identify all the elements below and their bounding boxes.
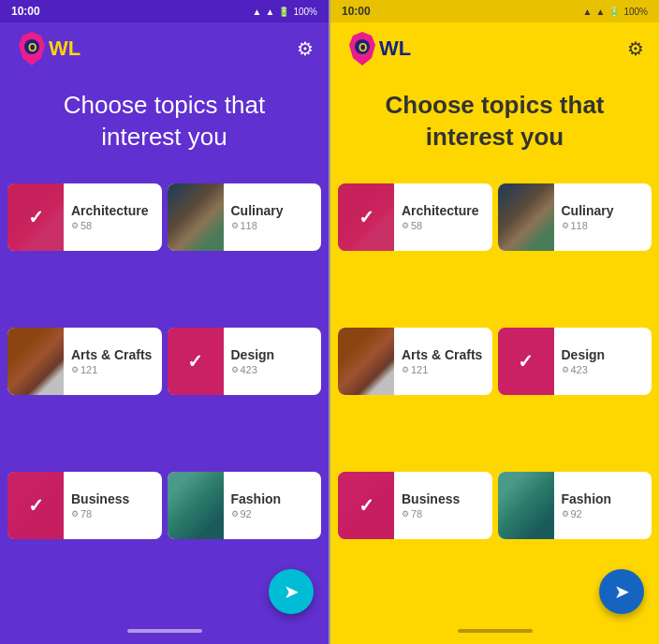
topic-count-architecture-y: 58	[402, 220, 485, 231]
battery-percent-y: 100%	[623, 7, 648, 17]
title-section-purple: Choose topics that interest you	[0, 75, 329, 176]
status-bar-purple: 10:00 ▲ ▲ 🔋 100%	[0, 0, 329, 22]
fab-purple[interactable]: ➤	[269, 569, 314, 614]
topic-name-arts-y: Arts & Crafts	[402, 347, 485, 362]
topic-info-design: Design 423	[224, 347, 322, 375]
topic-info-architecture: Architecture 58	[64, 203, 162, 231]
topic-name-architecture: Architecture	[71, 203, 154, 218]
topics-grid-purple: ✓ Architecture 58 Culinary 118	[0, 176, 329, 618]
status-bar-yellow: 10:00 ▲ ▲ 🔋 100%	[330, 0, 659, 22]
topic-thumb-culinary	[168, 183, 224, 251]
topic-card-arts[interactable]: Arts & Crafts 121	[7, 328, 162, 395]
topic-count-business-y: 78	[402, 508, 485, 520]
wifi-icon-y: ▲	[583, 7, 593, 17]
topic-card-arts-y[interactable]: Arts & Crafts 121	[338, 328, 492, 395]
topic-count-architecture: 58	[71, 220, 154, 231]
home-indicator-purple	[127, 629, 202, 633]
bottom-bar-purple	[0, 618, 329, 644]
topic-info-culinary-y: Culinary 118	[554, 203, 652, 231]
topic-count-culinary: 118	[231, 220, 315, 231]
topic-count-arts: 121	[71, 364, 154, 375]
topic-card-fashion[interactable]: Fashion 92	[168, 472, 322, 539]
check-mark-business-y: ✓	[359, 494, 374, 517]
fab-icon-purple: ➤	[284, 580, 300, 603]
bottom-bar-yellow	[330, 618, 659, 644]
topic-name-culinary-y: Culinary	[562, 203, 645, 218]
home-indicator-yellow	[458, 629, 533, 633]
topic-card-architecture[interactable]: ✓ Architecture 58	[7, 183, 162, 251]
topic-info-business-y: Business 78	[394, 491, 492, 520]
battery-icon: 🔋	[278, 7, 289, 17]
check-overlay-architecture: ✓	[7, 183, 64, 251]
topic-card-design-y[interactable]: ✓ Design 423	[498, 328, 652, 395]
topic-thumb-architecture: ✓	[7, 183, 64, 251]
topic-name-arts: Arts & Crafts	[71, 347, 154, 362]
settings-icon-purple[interactable]: ⚙	[297, 37, 314, 60]
header-yellow: O WL ⚙	[330, 22, 659, 75]
topic-count-culinary-y: 118	[562, 220, 645, 231]
topic-info-fashion: Fashion 92	[224, 491, 322, 520]
status-time-purple: 10:00	[11, 5, 40, 18]
status-icons-purple: ▲ ▲ 🔋 100%	[253, 7, 317, 17]
topic-card-culinary[interactable]: Culinary 118	[168, 183, 322, 251]
logo-text-yellow: WL	[379, 37, 411, 61]
signal-icon-y: ▲	[596, 7, 606, 17]
topic-card-design[interactable]: ✓ Design 423	[168, 328, 322, 395]
topic-thumb-arts-y	[338, 328, 394, 395]
purple-screen: 10:00 ▲ ▲ 🔋 100% O WL ⚙ Choose topics th…	[0, 0, 329, 644]
check-overlay-design: ✓	[168, 328, 224, 395]
fab-yellow[interactable]: ➤	[599, 569, 644, 614]
topic-card-business[interactable]: ✓ Business 78	[7, 472, 162, 539]
topic-info-design-y: Design 423	[554, 347, 652, 375]
svg-text:O: O	[28, 41, 37, 54]
topic-card-fashion-y[interactable]: Fashion 92	[498, 472, 652, 539]
topic-card-business-y[interactable]: ✓ Business 78	[338, 472, 492, 539]
thumb-img-culinary	[168, 183, 224, 251]
check-mark-arch-y: ✓	[359, 206, 374, 228]
thumb-img-arts-y	[338, 328, 394, 395]
topic-thumb-business: ✓	[7, 472, 64, 539]
topic-name-culinary: Culinary	[231, 203, 315, 218]
topic-thumb-design: ✓	[168, 328, 224, 395]
topic-info-arts-y: Arts & Crafts 121	[394, 347, 492, 375]
page-title-purple: Choose topics that interest you	[30, 90, 299, 154]
topic-name-business-y: Business	[402, 491, 485, 506]
topic-thumb-business-y: ✓	[338, 472, 394, 539]
yellow-screen: 10:00 ▲ ▲ 🔋 100% O WL ⚙ Choose topics th…	[330, 0, 659, 644]
topics-grid-yellow: ✓ Architecture 58 Culinary 118	[330, 176, 659, 618]
check-overlay-design-y: ✓	[498, 328, 554, 395]
topic-thumb-design-y: ✓	[498, 328, 554, 395]
check-mark: ✓	[28, 206, 44, 228]
status-time-yellow: 10:00	[342, 5, 371, 18]
check-mark-design-y: ✓	[518, 350, 534, 373]
status-icons-yellow: ▲ ▲ 🔋 100%	[583, 7, 648, 17]
page-title-yellow: Choose topics that interest you	[360, 90, 629, 154]
fab-icon-yellow: ➤	[614, 580, 630, 603]
battery-icon-y: 🔋	[608, 7, 620, 17]
check-overlay-architecture-y: ✓	[338, 183, 394, 251]
topic-name-fashion-y: Fashion	[562, 491, 645, 506]
logo-yellow: O WL	[345, 32, 411, 66]
signal-icon: ▲	[266, 7, 275, 17]
topic-info-arts: Arts & Crafts 121	[64, 347, 162, 375]
thumb-img-fashion	[168, 472, 224, 539]
topic-name-business: Business	[71, 491, 154, 506]
logo-text-purple: WL	[49, 37, 81, 61]
header-purple: O WL ⚙	[0, 22, 329, 75]
title-section-yellow: Choose topics that interest you	[330, 75, 659, 176]
settings-icon-yellow[interactable]: ⚙	[627, 37, 644, 60]
check-overlay-business-y: ✓	[338, 472, 394, 539]
thumb-img-fashion-y	[498, 472, 554, 539]
battery-percent: 100%	[293, 7, 317, 17]
topic-thumb-fashion	[168, 472, 224, 539]
topic-thumb-fashion-y	[498, 472, 554, 539]
topic-thumb-culinary-y	[498, 183, 554, 251]
thumb-img-culinary-y	[498, 183, 554, 251]
topic-card-culinary-y[interactable]: Culinary 118	[498, 183, 652, 251]
check-overlay-business: ✓	[7, 472, 64, 539]
topic-card-architecture-y[interactable]: ✓ Architecture 58	[338, 183, 492, 251]
thumb-img-arts	[7, 328, 64, 395]
check-mark-design: ✓	[187, 350, 203, 373]
wifi-icon: ▲	[253, 7, 262, 17]
topic-name-fashion: Fashion	[231, 491, 315, 506]
